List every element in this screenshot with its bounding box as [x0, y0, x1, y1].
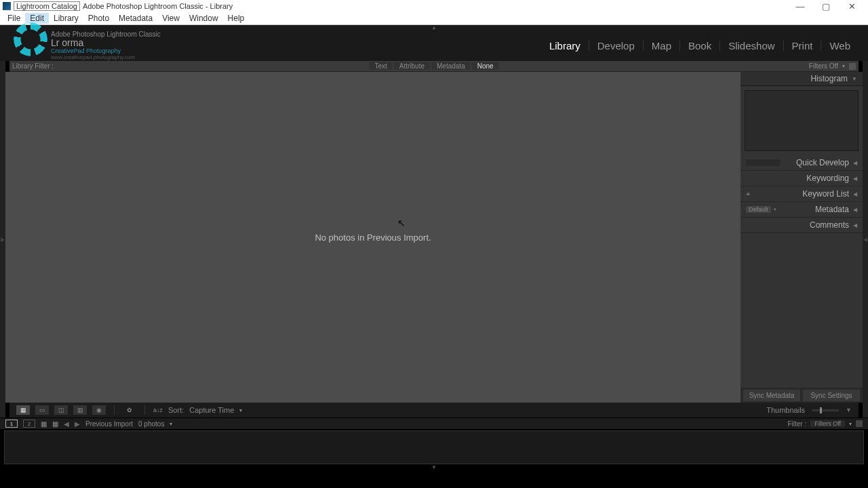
- triangle-left-icon: ◀: [853, 160, 857, 166]
- right-panel: Histogram ▼ Quick Develop ◀ Keywording ◀…: [741, 72, 863, 403]
- filter-tab-text[interactable]: Text: [369, 62, 392, 70]
- sync-settings-button[interactable]: Sync Settings: [803, 390, 860, 401]
- keywording-panel-header[interactable]: Keywording ◀: [741, 171, 863, 186]
- window-minimize-button[interactable]: —: [793, 1, 807, 12]
- app-title: Adobe Photoshop Lightroom Classic - Libr…: [83, 2, 233, 10]
- triangle-left-icon: ◀: [853, 207, 857, 213]
- library-filter-bar: Library Filter : Text Attribute Metadata…: [9, 61, 859, 72]
- filmstrip-filter-label: Filter :: [787, 420, 806, 428]
- histogram-label: Histogram: [810, 74, 848, 83]
- module-print[interactable]: Print: [784, 41, 822, 51]
- filter-lock-icon[interactable]: [849, 63, 856, 70]
- module-slideshow[interactable]: Slideshow: [720, 41, 783, 51]
- filter-preset-dropdown[interactable]: Filters Off: [809, 62, 838, 70]
- thumbnail-size-slider[interactable]: [812, 409, 839, 411]
- filter-tab-metadata[interactable]: Metadata: [431, 62, 471, 70]
- histogram-panel-header[interactable]: Histogram ▼: [741, 72, 863, 86]
- filter-tab-none[interactable]: None: [472, 62, 499, 70]
- triangle-left-icon: ◀: [853, 176, 857, 182]
- menu-metadata[interactable]: Metadata: [114, 13, 157, 24]
- loupe-view-button[interactable]: ▭: [35, 405, 49, 415]
- mouse-cursor: ↖: [397, 218, 406, 228]
- menu-photo[interactable]: Photo: [83, 13, 114, 24]
- filter-bar-label: Library Filter :: [12, 62, 59, 70]
- toolbar-separator: [114, 405, 115, 415]
- plus-icon[interactable]: +: [746, 190, 750, 198]
- catalog-name: Lightroom Catalog: [14, 1, 80, 11]
- metadata-panel-header[interactable]: Default ▾ Metadata ◀: [741, 202, 863, 218]
- chevron-down-icon: ▾: [239, 407, 242, 413]
- module-web[interactable]: Web: [821, 41, 859, 51]
- toolbar-menu-chevron[interactable]: ▼: [846, 407, 852, 413]
- monitor-2-button[interactable]: 2: [23, 420, 35, 428]
- quick-develop-preview-strip: [746, 159, 780, 166]
- toolbar-separator: [144, 405, 145, 415]
- keyword-list-label: Keyword List: [802, 189, 849, 199]
- filmstrip[interactable]: [4, 430, 864, 464]
- chevron-down-icon[interactable]: ▾: [170, 421, 172, 427]
- menu-view[interactable]: View: [157, 13, 184, 24]
- left-panel-collapse[interactable]: ▶: [0, 61, 5, 418]
- nav-forward-icon[interactable]: ▶: [75, 420, 80, 428]
- module-library[interactable]: Library: [541, 41, 589, 51]
- window-close-button[interactable]: ✕: [845, 1, 859, 12]
- bottom-panel-collapse[interactable]: ▼: [0, 464, 868, 471]
- identity-title: Lr orma: [51, 38, 161, 48]
- quick-develop-panel-header[interactable]: Quick Develop ◀: [741, 155, 863, 171]
- module-picker: Library Develop Map Book Slideshow Print…: [541, 41, 868, 51]
- painter-tool-button[interactable]: ✿: [123, 405, 136, 415]
- chevron-down-icon: ▾: [842, 63, 845, 69]
- menu-bar: File Edit Library Photo Metadata View Wi…: [0, 12, 868, 25]
- triangle-down-icon: ▼: [852, 76, 857, 82]
- filmstrip-grid-icon[interactable]: ▦: [41, 420, 47, 428]
- sort-value-dropdown[interactable]: Capture Time: [189, 406, 234, 414]
- filmstrip-grid-alt-icon[interactable]: ▦: [52, 420, 58, 428]
- people-view-button[interactable]: ◉: [92, 405, 106, 415]
- grid-view-button[interactable]: ▦: [16, 405, 30, 415]
- compare-view-button[interactable]: ◫: [54, 405, 68, 415]
- menu-library[interactable]: Library: [49, 13, 83, 24]
- triangle-left-icon: ◀: [853, 191, 857, 197]
- sort-direction-icon[interactable]: a↓z: [153, 407, 163, 413]
- filmstrip-header: 1 2 ▦ ▦ ◀ ▶ Previous Import 0 photos ▾ F…: [0, 418, 868, 429]
- module-map[interactable]: Map: [644, 41, 680, 51]
- filter-tab-attribute[interactable]: Attribute: [394, 62, 430, 70]
- menu-window[interactable]: Window: [184, 13, 223, 24]
- watermark-logo: [14, 22, 47, 56]
- keywording-label: Keywording: [806, 174, 849, 183]
- triangle-left-icon: ◀: [853, 222, 857, 228]
- metadata-label: Metadata: [815, 205, 849, 214]
- filmstrip-filter-dropdown[interactable]: Filters Off: [810, 420, 845, 427]
- app-icon: [3, 2, 11, 10]
- survey-view-button[interactable]: ▥: [73, 405, 87, 415]
- chevron-down-icon: ▾: [849, 421, 852, 427]
- window-maximize-button[interactable]: ▢: [819, 1, 833, 12]
- sort-label: Sort:: [168, 406, 184, 414]
- quick-develop-label: Quick Develop: [796, 158, 849, 167]
- empty-state-message: No photos in Previous Import.: [315, 232, 431, 243]
- chevron-down-icon: ▾: [774, 207, 776, 212]
- nav-back-icon[interactable]: ◀: [64, 420, 69, 428]
- histogram-display: [745, 90, 859, 151]
- library-toolbar: ▦ ▭ ◫ ▥ ◉ ✿ a↓z Sort: Capture Time ▾ Thu…: [9, 403, 859, 418]
- monitor-1-button[interactable]: 1: [5, 420, 18, 428]
- module-book[interactable]: Book: [680, 41, 720, 51]
- grid-view-area[interactable]: No photos in Previous Import. ↖: [5, 72, 741, 403]
- watermark-url: www.creativepad.photography.com: [51, 55, 161, 61]
- module-develop[interactable]: Develop: [589, 41, 644, 51]
- filmstrip-filter-switch[interactable]: [856, 420, 863, 427]
- filmstrip-source[interactable]: Previous Import: [85, 420, 133, 428]
- thumbnails-label: Thumbnails: [766, 406, 805, 414]
- identity-texts: Adobe Photoshop Lightroom Classic Lr orm…: [51, 30, 161, 61]
- metadata-preset-pill[interactable]: Default: [746, 206, 771, 213]
- comments-label: Comments: [810, 220, 849, 230]
- window-titlebar: Lightroom Catalog Adobe Photoshop Lightr…: [0, 0, 868, 12]
- sync-metadata-button[interactable]: Sync Metadata: [743, 390, 800, 401]
- identity-plate-row: Adobe Photoshop Lightroom Classic Lr orm…: [0, 30, 868, 61]
- menu-help[interactable]: Help: [223, 13, 250, 24]
- comments-panel-header[interactable]: Comments ◀: [741, 218, 863, 233]
- keyword-list-panel-header[interactable]: + Keyword List ◀: [741, 186, 863, 202]
- right-panel-collapse[interactable]: ◀: [863, 61, 868, 418]
- sync-buttons-row: Sync Metadata Sync Settings: [741, 388, 863, 403]
- top-panel-collapse[interactable]: ▲: [0, 25, 868, 30]
